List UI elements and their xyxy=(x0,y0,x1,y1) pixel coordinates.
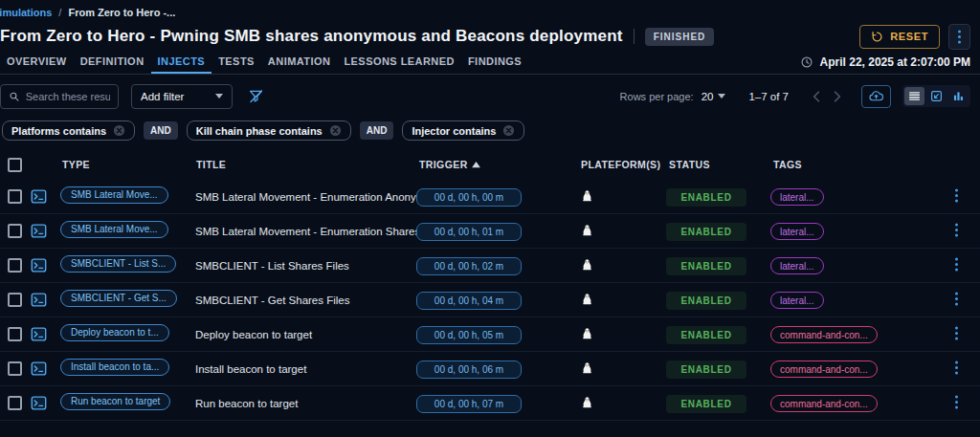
remove-filter-icon[interactable] xyxy=(113,124,125,137)
tag-chip: lateral... xyxy=(770,188,824,206)
search-box xyxy=(0,84,119,109)
breadcrumb-simulations-link[interactable]: Simulations xyxy=(0,7,52,18)
trigger-chip: 00 d, 00 h, 01 m xyxy=(416,223,522,241)
row-checkbox[interactable] xyxy=(8,361,22,376)
status-badge: ENABLED xyxy=(666,188,746,207)
trigger-chip: 00 d, 00 h, 07 m xyxy=(416,395,522,413)
inject-row[interactable]: Run beacon to target Run beacon to targe… xyxy=(0,386,980,421)
table-header-row: TYPE TITLE TRIGGER PLATEFORM(S) STATUS T… xyxy=(0,149,980,180)
inject-row[interactable]: SMB Lateral Move... SMB Lateral Movement… xyxy=(0,214,980,249)
export-button[interactable] xyxy=(861,85,891,108)
kebab-icon xyxy=(957,30,962,44)
column-header-platform[interactable]: PLATEFORM(S) xyxy=(578,159,666,170)
header-menu-button[interactable] xyxy=(948,24,970,50)
tab-overview[interactable]: OVERVIEW xyxy=(0,52,74,74)
sort-ascending-icon xyxy=(472,162,480,168)
column-header-title[interactable]: TITLE xyxy=(193,159,416,170)
filter-chip-platforms[interactable]: Platforms contains xyxy=(2,120,135,141)
inject-type-chip: Run beacon to target xyxy=(60,393,170,410)
previous-page-button[interactable] xyxy=(806,91,827,102)
filter-chip-label: Platforms contains xyxy=(11,125,106,137)
select-all-checkbox[interactable] xyxy=(8,158,22,172)
remove-filter-icon[interactable] xyxy=(502,124,515,137)
row-checkbox[interactable] xyxy=(8,258,22,273)
terminal-type-icon xyxy=(31,292,47,308)
tag-chip: command-and-con... xyxy=(770,361,878,378)
chevron-right-icon xyxy=(834,91,841,102)
row-checkbox[interactable] xyxy=(8,224,22,238)
breadcrumb-current: From Zero to Hero -... xyxy=(68,7,175,18)
tab-tests[interactable]: TESTS xyxy=(212,52,261,74)
inject-title: SMB Lateral Movement - Enumeration Share… xyxy=(193,226,416,237)
status-badge: ENABLED xyxy=(666,292,746,310)
status-badge: ENABLED xyxy=(666,361,746,379)
search-input[interactable] xyxy=(26,91,110,102)
tab-findings[interactable]: FINDINGS xyxy=(461,52,528,74)
row-menu-button[interactable] xyxy=(950,255,963,273)
inject-type-chip: Install beacon to ta... xyxy=(60,359,169,376)
chart-view-button[interactable] xyxy=(948,87,969,105)
list-toolbar: Add filter Rows per page: 20 1–7 of 7 xyxy=(0,83,970,109)
inject-row[interactable]: SMB Lateral Move... SMB Lateral Movement… xyxy=(0,180,980,214)
row-menu-button[interactable] xyxy=(950,359,963,377)
column-header-status[interactable]: STATUS xyxy=(666,159,770,170)
inject-title: Deploy beacon to target xyxy=(193,329,416,340)
inject-row[interactable]: SMBCLIENT - Get S... SMBCLIENT - Get Sha… xyxy=(0,283,980,317)
list-view-button[interactable] xyxy=(904,87,924,105)
inject-title: SMB Lateral Movement - Enumeration Anony… xyxy=(193,191,416,203)
distribution-view-button[interactable] xyxy=(926,87,947,105)
search-icon xyxy=(9,90,20,103)
row-menu-button[interactable] xyxy=(950,221,963,239)
inject-type-chip: SMBCLIENT - List S... xyxy=(60,255,176,273)
injects-table: TYPE TITLE TRIGGER PLATEFORM(S) STATUS T… xyxy=(0,149,980,421)
tab-bar: OVERVIEW DEFINITION INJECTS TESTS ANIMAT… xyxy=(0,52,980,75)
breadcrumb: Simulations / From Zero to Hero -... xyxy=(0,0,980,21)
filter-off-icon xyxy=(248,88,264,104)
title-divider xyxy=(634,29,635,44)
linux-platform-icon xyxy=(580,189,594,204)
trigger-chip: 00 d, 00 h, 06 m xyxy=(416,361,522,379)
reset-button[interactable]: RESET xyxy=(859,25,940,49)
chevron-left-icon xyxy=(813,91,820,102)
row-checkbox[interactable] xyxy=(8,327,22,341)
clear-filters-button[interactable] xyxy=(248,88,264,104)
tag-chip: command-and-con... xyxy=(770,326,878,343)
kebab-icon xyxy=(954,292,959,306)
filter-chip-injector[interactable]: Injector contains xyxy=(402,120,524,141)
add-filter-select[interactable]: Add filter xyxy=(131,84,233,109)
inject-row[interactable]: Install beacon to ta... Install beacon t… xyxy=(0,352,980,386)
inject-row[interactable]: Deploy beacon to t... Deploy beacon to t… xyxy=(0,317,980,352)
chevron-down-icon xyxy=(718,94,725,98)
inject-title: Run beacon to target xyxy=(193,398,416,409)
tab-animation[interactable]: ANIMATION xyxy=(261,52,338,74)
filter-chip-kill-chain-phase[interactable]: Kill chain phase contains xyxy=(187,120,351,141)
row-checkbox[interactable] xyxy=(8,189,22,204)
next-page-button[interactable] xyxy=(827,91,848,102)
remove-filter-icon[interactable] xyxy=(329,124,342,137)
column-header-trigger[interactable]: TRIGGER xyxy=(416,159,578,170)
tag-chip: lateral... xyxy=(770,257,824,274)
rows-per-page-select[interactable]: 20 xyxy=(702,91,726,102)
tab-lessons-learned[interactable]: LESSONS LEARNED xyxy=(337,52,461,74)
inject-row[interactable]: SMBCLIENT - List S... SMBCLIENT - List S… xyxy=(0,249,980,283)
terminal-type-icon xyxy=(31,223,47,239)
simulation-datetime: April 22, 2025 at 2:07:00 PM xyxy=(800,55,970,74)
kebab-icon xyxy=(954,188,959,203)
inject-type-chip: SMBCLIENT - Get S... xyxy=(60,290,177,307)
row-checkbox[interactable] xyxy=(8,396,22,410)
column-header-tags[interactable]: TAGS xyxy=(770,159,950,170)
add-filter-label: Add filter xyxy=(141,91,184,102)
row-menu-button[interactable] xyxy=(950,324,963,342)
clock-icon xyxy=(800,55,813,69)
column-header-type[interactable]: TYPE xyxy=(59,159,193,170)
row-menu-button[interactable] xyxy=(950,186,963,205)
inject-type-chip: SMB Lateral Move... xyxy=(60,186,168,204)
row-checkbox[interactable] xyxy=(8,293,22,307)
tab-injects[interactable]: INJECTS xyxy=(151,52,212,74)
page-title: From Zero to Hero - Pwning SMB shares an… xyxy=(0,27,623,46)
linux-platform-icon xyxy=(580,224,594,238)
row-menu-button[interactable] xyxy=(950,290,963,308)
row-menu-button[interactable] xyxy=(950,393,963,411)
tab-definition[interactable]: DEFINITION xyxy=(74,52,151,74)
linux-platform-icon xyxy=(580,327,594,341)
